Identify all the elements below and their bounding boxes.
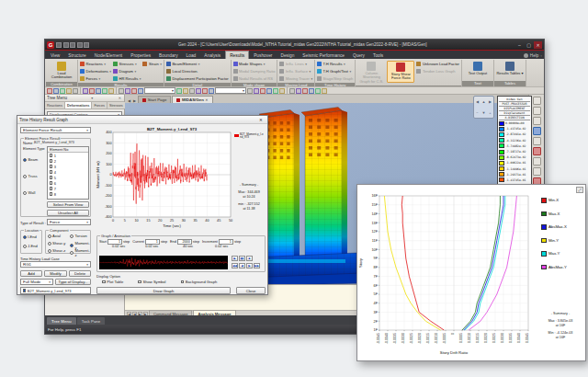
type-of-result-dropdown[interactable]: Force▾ bbox=[47, 219, 91, 225]
toolbar-icon[interactable] bbox=[125, 88, 130, 94]
ribbon-item-t-h-graph-text[interactable]: T.H Graph/Text▾ bbox=[317, 68, 353, 74]
toolbar-icon[interactable] bbox=[89, 88, 95, 94]
right-toolbar-icon[interactable] bbox=[533, 167, 541, 176]
new-file-icon[interactable] bbox=[56, 42, 62, 48]
menu-tab-view[interactable]: View bbox=[47, 51, 63, 59]
right-toolbar-icon[interactable] bbox=[533, 107, 541, 115]
radio-shear-z[interactable]: Shear-z bbox=[48, 248, 66, 253]
right-toolbar-icon[interactable] bbox=[533, 127, 541, 135]
close-button[interactable]: ✕ bbox=[534, 41, 542, 49]
draw-graph-button[interactable]: Draw Graph bbox=[96, 287, 231, 294]
toolbar-icon[interactable] bbox=[322, 88, 327, 94]
radio-j-end[interactable]: J-End bbox=[23, 244, 38, 248]
menu-tab-results[interactable]: Results bbox=[225, 51, 249, 59]
dock-tab-tree-menu[interactable]: Tree Menu bbox=[47, 317, 76, 325]
pin-icon[interactable]: ▾ bbox=[90, 96, 94, 100]
panel-close-icon[interactable]: ✕ bbox=[118, 96, 122, 100]
radio-moment-z[interactable]: Moment-z bbox=[70, 248, 90, 257]
toolbar-icon[interactable] bbox=[131, 88, 137, 94]
modify-button[interactable]: Modify bbox=[44, 270, 67, 277]
select-from-view-button[interactable]: Select From View bbox=[47, 201, 89, 208]
tree-tab-forces[interactable]: Forces bbox=[92, 102, 107, 109]
play-control-icon[interactable]: ■ bbox=[246, 256, 253, 261]
menu-tab-design[interactable]: Design bbox=[277, 51, 298, 59]
toolbar-icon[interactable] bbox=[83, 88, 88, 94]
ribbon-item-stresses[interactable]: Stresses▾ bbox=[113, 61, 141, 67]
help-label[interactable]: Help bbox=[530, 53, 538, 58]
toolbar-icon[interactable] bbox=[189, 88, 195, 94]
dialog-close-button[interactable]: Close bbox=[236, 287, 266, 294]
add-button[interactable]: Add bbox=[20, 270, 42, 277]
right-toolbar-icon[interactable] bbox=[533, 117, 541, 125]
ribbon-item-unknown-load-factor[interactable]: Unknown Load Factor bbox=[416, 61, 459, 67]
ribbon-item-local-direction[interactable]: Local Direction. bbox=[166, 68, 229, 74]
toolbar-icon[interactable] bbox=[273, 88, 278, 94]
element-list-item[interactable]: 8 bbox=[48, 191, 88, 197]
delete-button[interactable]: Delete bbox=[69, 270, 91, 277]
right-toolbar-icon[interactable] bbox=[533, 147, 541, 155]
menu-tab-properties[interactable]: Properties bbox=[127, 51, 154, 59]
ribbon-item-strain[interactable]: Strain▾ bbox=[142, 61, 161, 67]
ribbon-item-t-h-results[interactable]: T.H Results▾ bbox=[317, 61, 353, 67]
minimize-button[interactable]: – bbox=[515, 41, 524, 49]
ribbon-item-displacement-participation-factor[interactable]: Displacement Participation Factor bbox=[166, 75, 229, 82]
zoom-out-icon[interactable]: − bbox=[476, 110, 478, 115]
tree-tab-deformations[interactable]: Deformations bbox=[65, 102, 92, 109]
ribbon-button-story-shear-force-ratio[interactable]: Story Shear Force Ratio bbox=[387, 61, 414, 83]
play-control-icon[interactable]: ▶ bbox=[232, 256, 238, 261]
checkbox-show-symbol[interactable]: Show Symbol bbox=[138, 280, 165, 284]
ribbon-button-results-tables[interactable]: Results Tables ▾ bbox=[496, 61, 524, 76]
toolbar-icon[interactable] bbox=[96, 88, 101, 94]
toolbar-icon[interactable] bbox=[73, 88, 78, 94]
checkbox-plot-table[interactable]: Plot Table bbox=[102, 280, 123, 284]
function-list-item[interactable]: B2T_Moment-y_I-end_973 bbox=[21, 288, 90, 293]
mode-dropdown[interactable]: Full Mode▾ bbox=[20, 279, 53, 285]
rotate-up-icon[interactable]: ▲ bbox=[482, 99, 486, 104]
right-toolbar-icon[interactable] bbox=[533, 137, 541, 145]
menu-tab-analysis[interactable]: Analysis bbox=[200, 51, 224, 59]
chart-window-button[interactable]: ⤢ bbox=[576, 187, 583, 193]
ribbon-item-hr-results[interactable]: HR Results▾ bbox=[113, 75, 141, 82]
rotate-right-icon[interactable]: ▶ bbox=[489, 99, 492, 104]
toolbar-icon[interactable] bbox=[247, 88, 253, 94]
menu-tab-node-element[interactable]: Node/Element bbox=[91, 51, 126, 59]
toolbar-icon[interactable] bbox=[254, 88, 259, 94]
settings-gear-icon[interactable] bbox=[524, 53, 528, 58]
seek-control-icon[interactable]: ◀◀ bbox=[232, 263, 238, 268]
toolbar-icon[interactable] bbox=[60, 88, 65, 94]
toolbar-icon[interactable] bbox=[108, 88, 114, 94]
toolbar-icon[interactable] bbox=[309, 88, 314, 94]
ribbon-button-load-combination[interactable]: Load Combination bbox=[48, 61, 75, 81]
open-file-icon[interactable] bbox=[63, 42, 69, 48]
toolbar-icon[interactable] bbox=[296, 88, 301, 94]
toolbar-icon[interactable] bbox=[119, 88, 124, 94]
view-tab-start-page[interactable]: Start Page bbox=[138, 96, 171, 103]
print-icon[interactable] bbox=[77, 42, 83, 48]
app-icon[interactable]: G bbox=[47, 41, 54, 49]
toolbar-icon[interactable] bbox=[209, 88, 214, 94]
radio-axial[interactable]: Axial bbox=[48, 234, 61, 238]
menu-tab-seismic-performance[interactable]: Seismic Performance bbox=[299, 51, 348, 59]
checkbox-background-graph[interactable]: Background Graph bbox=[181, 280, 218, 284]
play-control-icon[interactable]: ▮▮ bbox=[239, 256, 245, 261]
toolbar-combo-box[interactable]: ▾ bbox=[144, 87, 175, 94]
menu-tab-pushover[interactable]: Pushover bbox=[250, 51, 276, 59]
view-navigation-pad[interactable]: ◀ ▲ ▶ − ▼ + bbox=[473, 96, 494, 119]
radio-shear-y[interactable]: Shear-y bbox=[48, 241, 66, 246]
ribbon-item-forces[interactable]: Forces▾ bbox=[80, 75, 111, 82]
ribbon-item-deformations[interactable]: Deformations▾ bbox=[80, 68, 111, 74]
toolbar-icon[interactable] bbox=[196, 88, 201, 94]
radio-torsion[interactable]: Torsion bbox=[70, 234, 87, 238]
ribbon-item-reactions[interactable]: Reactions▾ bbox=[80, 61, 111, 67]
toolbar-icon[interactable] bbox=[53, 88, 59, 94]
ribbon-button-text-output[interactable]: Text Output bbox=[464, 61, 492, 76]
dock-tab-task-pane[interactable]: Task Pane bbox=[77, 317, 106, 325]
load-case-dropdown[interactable]: RG1▾ bbox=[20, 261, 91, 268]
seek-control-icon[interactable]: ◀ bbox=[239, 263, 245, 268]
toolbar-icon[interactable] bbox=[202, 88, 208, 94]
toolbar-icon[interactable] bbox=[138, 88, 143, 94]
view-tab-midas-gen[interactable]: MIDAS/Gen✕ bbox=[172, 96, 212, 103]
tree-tab-stresses[interactable]: Stresses bbox=[107, 102, 126, 109]
toolbar-icon[interactable] bbox=[102, 88, 107, 94]
toolbar-icon[interactable] bbox=[266, 88, 272, 94]
